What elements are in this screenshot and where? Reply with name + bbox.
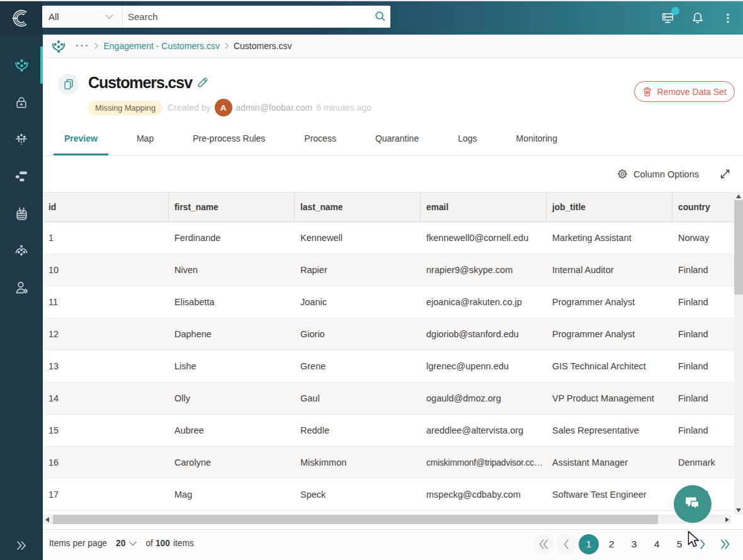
table-row-1[interactable]: 1FerdinandeKennewellfkennewell0@cornell.… [43,222,734,254]
cell-email: areddlee@altervista.org [421,415,547,447]
chevron-right-icon [224,42,229,50]
table-row-10[interactable]: 10NivenRapiernrapier9@skype.comInternal … [43,254,734,286]
table-row-12[interactable]: 12DapheneGioriodgioriob@stanford.eduProg… [43,318,734,350]
sidebar-item-streams[interactable] [0,158,43,195]
last-page-button[interactable] [715,534,735,554]
table-toolbar: Column Options [43,156,743,192]
page-button-3[interactable]: 3 [624,534,644,554]
search-input[interactable] [128,11,370,22]
cell-job_title: Programmer Analyst [547,286,672,318]
table-row-15[interactable]: 15AubreeReddleareddlee@altervista.orgSal… [43,415,734,447]
tab-process[interactable]: Process [293,123,347,155]
total-items-count: 100 [156,539,170,548]
trash-icon [642,86,652,97]
cell-id: 16 [43,447,169,479]
sidebar-expand-button[interactable] [0,536,43,555]
chevron-down-icon[interactable] [128,541,137,546]
sidebar-item-user-admin[interactable] [0,269,43,306]
page-title: Customers.csv [88,74,192,92]
column-header-last_name[interactable]: last_name [295,192,421,222]
breadcrumb-current: Customers.csv [234,41,292,51]
scroll-up-arrow-icon[interactable] [734,192,743,201]
scroll-down-arrow-icon[interactable] [734,506,743,515]
items-label: items [173,539,194,548]
column-header-email[interactable]: email [421,192,547,222]
tab-preview[interactable]: Preview [54,123,108,155]
cell-last_name: Reddle [295,415,421,447]
notifications-button[interactable] [683,1,713,35]
user-settings-icon [14,280,30,296]
breadcrumb-parent-link[interactable]: Engagement - Customers.csv [103,41,219,51]
created-time-ago: 6 minutes ago [316,103,372,113]
column-header-id[interactable]: id [43,192,169,222]
cell-job_title: Programmer Analyst [547,318,672,350]
sidebar-item-engagement[interactable] [0,47,43,84]
scroll-left-arrow-icon[interactable] [43,515,52,524]
cell-email: cmiskimmonf@tripadvisor.cc… [421,447,547,479]
breadcrumb-ellipsis-button[interactable]: ··· [76,40,89,53]
horizontal-scrollbar-thumb[interactable] [53,515,658,524]
sidebar-item-process-flow[interactable] [0,121,43,158]
sidebar-item-catalog[interactable] [0,195,43,232]
sidebar-item-governance[interactable] [0,84,43,121]
table-row-14[interactable]: 14OllyGaulogauld@dmoz.orgVP Product Mana… [43,383,734,415]
items-per-page-value[interactable]: 20 [116,539,125,548]
cell-id: 1 [43,222,169,254]
column-header-job_title[interactable]: job_title [547,192,672,222]
user-avatar[interactable]: A [215,99,232,116]
of-label: of [145,539,153,548]
chevron-right-icon [94,42,99,50]
tab-logs[interactable]: Logs [447,123,487,155]
page-button-1[interactable]: 1 [579,534,599,554]
edit-pencil-icon[interactable] [196,76,209,89]
engagement-icon [14,57,30,73]
remove-dataset-button[interactable]: Remove Data Set [634,81,735,102]
tab-monitoring[interactable]: Monitoring [506,123,568,155]
cell-last_name: Miskimmon [295,447,421,479]
page-button-2[interactable]: 2 [601,534,621,554]
column-options-label: Column Options [633,169,699,179]
chat-fab-button[interactable] [674,485,712,523]
vertical-scrollbar[interactable] [734,192,743,515]
user-email: admin@foobar.com [236,103,313,113]
scroll-right-arrow-icon[interactable] [723,515,732,524]
horizontal-scrollbar[interactable] [43,515,732,524]
search-scope-select[interactable]: All [42,6,123,28]
column-header-country[interactable]: country [672,192,734,222]
status-dot-badge [671,7,679,15]
table-row-13[interactable]: 13LisheGrenelgrenec@upenn.eduGIS Technic… [43,350,734,383]
previous-page-button[interactable] [556,534,576,554]
cell-email: ejoanica@rakuten.co.jp [421,286,547,318]
column-header-first_name[interactable]: first_name [169,192,295,222]
cell-country: Norway [672,222,734,254]
table-row-16[interactable]: 16CarolyneMiskimmoncmiskimmonf@tripadvis… [43,447,734,479]
cell-id: 14 [43,383,169,415]
table-row-17[interactable]: 17MagSpeckmspeckg@cdbaby.comSoftware Tes… [43,479,734,511]
tab-map[interactable]: Map [126,123,164,155]
more-options-button[interactable] [713,1,743,35]
vertical-scrollbar-thumb[interactable] [734,200,743,294]
column-options-button[interactable]: Column Options [616,168,699,180]
next-page-button[interactable] [692,534,712,554]
table-row-11[interactable]: 11ElisabettaJoanicejoanica@rakuten.co.jp… [43,286,734,318]
expand-diagonal-icon[interactable] [719,168,731,180]
cell-first_name: Niven [169,254,295,286]
search-button[interactable] [370,6,390,28]
sidebar-item-network[interactable] [0,232,43,269]
screen-status-button[interactable] [652,1,683,35]
page-button-4[interactable]: 4 [647,534,667,554]
double-chevron-right-icon [15,540,28,551]
first-page-button[interactable] [533,534,553,554]
cell-last_name: Joanic [295,286,421,318]
cell-last_name: Rapier [295,254,421,286]
tab-pre-process-rules[interactable]: Pre-process Rules [182,123,276,155]
cell-job_title: GIS Technical Architect [547,350,672,383]
engagement-breadcrumb-icon [50,38,67,54]
cell-id: 12 [43,318,169,350]
cell-last_name: Giorio [295,318,421,350]
page-button-5[interactable]: 5 [669,534,689,554]
process-flow-icon [14,132,29,147]
tab-quarantine[interactable]: Quarantine [365,123,429,155]
cell-first_name: Elisabetta [169,286,295,318]
app-logo[interactable] [0,1,43,35]
